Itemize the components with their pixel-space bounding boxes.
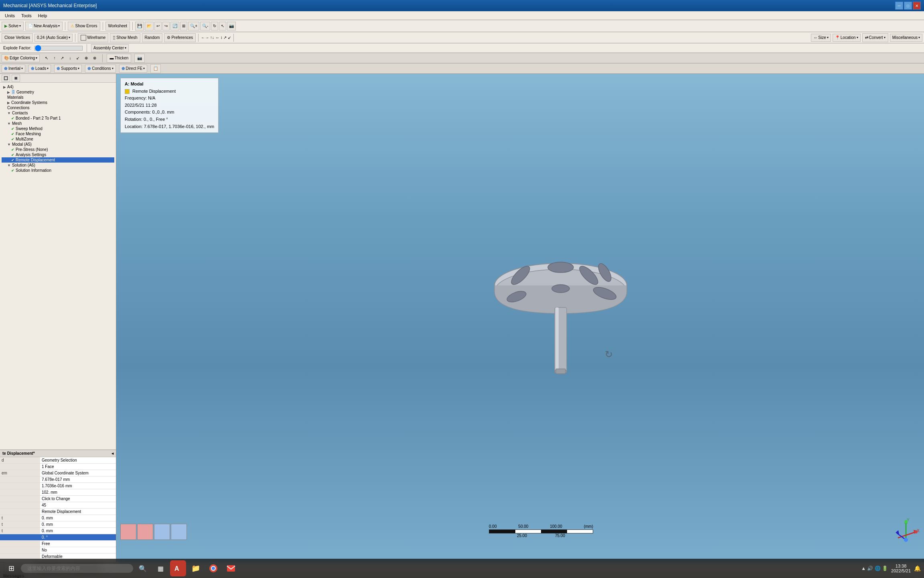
- arrow-btn-6[interactable]: ⊕: [83, 55, 90, 61]
- taskbar-icon-view[interactable]: ▦: [152, 560, 168, 576]
- tree-item-sweep[interactable]: ✔ Sweep Method: [2, 126, 114, 131]
- taskbar-icon-cortana[interactable]: 🔍: [135, 560, 151, 576]
- prop-value[interactable]: Free: [40, 541, 116, 547]
- taskbar-search[interactable]: [21, 564, 133, 573]
- rotate-button[interactable]: ↻: [211, 22, 218, 31]
- prop-value[interactable]: 0. mm: [40, 521, 116, 528]
- prop-value[interactable]: 45: [40, 502, 116, 509]
- tree-item-face-meshing[interactable]: ✔ Face Meshing: [2, 131, 114, 136]
- taskbar-icon-gmail[interactable]: [223, 560, 239, 576]
- prop-value[interactable]: Geometry Selection: [40, 457, 116, 464]
- props-close-btn[interactable]: ◂: [111, 451, 113, 456]
- maximize-button[interactable]: □: [904, 2, 912, 10]
- tree-label: MultiZone: [16, 137, 33, 141]
- menu-units[interactable]: Units: [2, 12, 18, 19]
- tree-item-multizone[interactable]: ✔ MultiZone: [2, 136, 114, 142]
- close-vertices-button[interactable]: Close Vertices: [2, 33, 33, 42]
- prop-value[interactable]: 0. mm: [40, 515, 116, 521]
- start-button[interactable]: ⊞: [3, 560, 19, 576]
- env-extra-button[interactable]: 📋: [150, 64, 161, 73]
- undo-button[interactable]: ↩: [154, 22, 162, 31]
- edge-coloring-dropdown[interactable]: 🎨 Edge Coloring ▾: [2, 54, 40, 62]
- arrow-btn-7[interactable]: ⊗: [91, 55, 98, 61]
- close-button[interactable]: ✕: [913, 2, 921, 10]
- tree-item-materials[interactable]: Materials: [2, 95, 114, 100]
- prop-value[interactable]: Remote Displacement: [40, 509, 116, 515]
- thicken-button[interactable]: ▬ Thicken: [107, 54, 131, 63]
- arrow-btn-2[interactable]: ↑: [51, 55, 57, 61]
- open-button[interactable]: 📂: [145, 22, 154, 31]
- prop-value[interactable]: No: [40, 547, 116, 554]
- notification-icon[interactable]: 🔔: [914, 565, 921, 572]
- separator: [233, 34, 234, 42]
- camera-snapshot-button[interactable]: 📷: [134, 54, 145, 63]
- menu-tools[interactable]: Tools: [18, 12, 35, 19]
- tree-icon-btn-1[interactable]: 🔲: [2, 75, 10, 82]
- tree-item-solution[interactable]: ▼ Solution (A6): [2, 163, 114, 168]
- select-button[interactable]: ↖: [219, 22, 226, 31]
- miscellaneous-dropdown[interactable]: Miscellaneous ▾: [890, 34, 922, 42]
- tree-item-a4[interactable]: ▶ A4): [2, 84, 114, 90]
- tree-label: Coordinate Systems: [11, 100, 47, 105]
- tree-item-bonded[interactable]: ✔ Bonded - Part 2 To Part 1: [2, 116, 114, 121]
- arrow-btn-3[interactable]: ↗: [59, 55, 66, 61]
- explode-slider[interactable]: [34, 46, 83, 51]
- menu-help[interactable]: Help: [35, 12, 51, 19]
- conditions-dropdown[interactable]: ⬟ Conditions ▾: [85, 65, 116, 73]
- screenshot-button[interactable]: 📷: [227, 22, 236, 31]
- prop-value[interactable]: Global Coordinate System: [40, 470, 116, 476]
- size-dropdown[interactable]: ↔ Size ▾: [811, 34, 831, 42]
- prop-value[interactable]: 1.7036e-016 mm: [40, 483, 116, 489]
- arrow-btn-5[interactable]: ↙: [74, 55, 81, 61]
- tree-item-coordinate-systems[interactable]: ▶ Coordinate Systems: [2, 100, 114, 105]
- zoom-fit-button[interactable]: ⊞: [180, 22, 187, 31]
- 3d-model[interactable]: ↻: [480, 237, 641, 399]
- prop-value[interactable]: 102. mm: [40, 489, 116, 496]
- location-dropdown[interactable]: 📍 Location ▾: [833, 34, 861, 42]
- tree-item-connections[interactable]: Connections: [2, 105, 114, 110]
- new-analysis-button[interactable]: 📄 New Analysis ▾: [25, 22, 63, 31]
- preferences-button[interactable]: ⚙ Preferences: [164, 33, 196, 42]
- tree-item-remote-displacement[interactable]: ✔ Remote Displacement: [2, 157, 114, 163]
- supports-dropdown[interactable]: ⬟ Supports ▾: [54, 65, 82, 73]
- prop-value[interactable]: 0. mm: [40, 528, 116, 534]
- zoom-out-button[interactable]: 🔍-: [200, 22, 210, 31]
- random-button[interactable]: Random: [142, 33, 163, 42]
- prop-value[interactable]: 0. °: [40, 534, 116, 541]
- arrow-btn-4[interactable]: ↓: [67, 55, 73, 61]
- tree-item-modal[interactable]: ▼ Modal (A5): [2, 142, 114, 147]
- auto-scale-dropdown[interactable]: 0.24 (Auto Scale) ▾: [34, 34, 73, 42]
- minimize-button[interactable]: ─: [895, 2, 903, 10]
- solve-button[interactable]: ▶ Solve ▾: [2, 22, 24, 31]
- wireframe-button[interactable]: Wireframe: [78, 33, 108, 42]
- taskbar-icon-explorer[interactable]: 📁: [188, 560, 204, 576]
- direct-fe-dropdown[interactable]: ⬟ Direct FE ▾: [119, 65, 148, 73]
- redo-button[interactable]: ↪: [162, 22, 170, 31]
- tree-item-contacts[interactable]: ▼ Contacts: [2, 110, 114, 116]
- clock[interactable]: 13:38 2022/5/21: [891, 564, 911, 573]
- tree-item-solution-info[interactable]: ✔ Solution Information: [2, 168, 114, 173]
- prop-value[interactable]: 7.678e-017 mm: [40, 476, 116, 483]
- tree-icon-btn-2[interactable]: 🔳: [12, 75, 20, 82]
- save-button[interactable]: 💾: [135, 22, 144, 31]
- refresh-button[interactable]: 🔄: [170, 22, 179, 31]
- zoom-in-button[interactable]: 🔍+: [188, 22, 199, 31]
- loads-dropdown[interactable]: ⬟ Loads ▾: [28, 65, 51, 73]
- convert-button[interactable]: ⇄ Convert ▾: [862, 33, 888, 42]
- taskbar-icon-chrome[interactable]: [205, 560, 221, 576]
- prop-value[interactable]: Click to Change: [40, 496, 116, 502]
- taskbar-icon-ansys[interactable]: A: [170, 560, 186, 576]
- assembly-center-dropdown[interactable]: Assembly Center ▾: [91, 44, 129, 52]
- show-errors-button[interactable]: ⚠ Show Errors: [68, 22, 100, 31]
- show-mesh-button[interactable]: ⣿ Show Mesh: [110, 33, 140, 42]
- arrow-btn-1[interactable]: ↖: [43, 55, 50, 61]
- inertial-dropdown[interactable]: ⬟ Inertial ▾: [2, 65, 25, 73]
- worksheet-button[interactable]: Worksheet: [105, 22, 130, 31]
- prop-value[interactable]: 1 Face: [40, 464, 116, 470]
- tree-item-mesh[interactable]: ▼ Mesh: [2, 121, 114, 126]
- tree-item-analysis-settings[interactable]: ✔ Analysis Settings: [2, 152, 114, 157]
- tree-item-geometry[interactable]: ▶ 🗄 Geometry: [2, 90, 114, 95]
- tree-item-prestress[interactable]: ✔ Pre-Stress (None): [2, 147, 114, 152]
- prop-key: d: [0, 457, 40, 464]
- viewport[interactable]: A: Modal Remote Displacement Frequency: …: [116, 74, 924, 562]
